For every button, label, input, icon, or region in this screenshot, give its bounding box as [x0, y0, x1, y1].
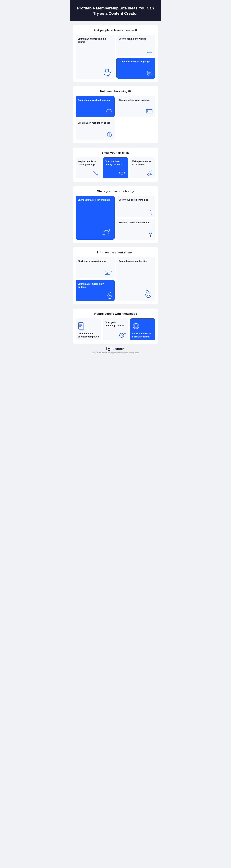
card-coaching-label: Offer your coaching services — [105, 321, 126, 327]
card-yoga-label: Start an online yoga practice — [119, 98, 153, 102]
section-knowledge-title: Inspire people with knowledge — [76, 312, 155, 316]
section-fit-title: Help members stay fit — [76, 90, 155, 93]
section-hobby-title: Share your favorite hobby — [76, 190, 155, 193]
svg-rect-50 — [79, 330, 84, 330]
section-fit: Help members stay fit Create home workou… — [73, 86, 158, 143]
yoga-icon — [145, 107, 153, 115]
card-beauty: Offer the best beauty tutorials + + — [103, 157, 128, 178]
card-cooking-label: Show cooking knowledge — [119, 37, 153, 40]
svg-point-19 — [121, 172, 123, 174]
doc-icon — [78, 322, 85, 331]
svg-point-34 — [151, 214, 152, 214]
camera-icon — [105, 270, 112, 276]
card-wine: Become a wine connoisseur — [117, 219, 155, 240]
footer: uscreen https://www.uscreen.tv/blog/prof… — [70, 344, 161, 355]
section-hobby: Share your favorite hobby Share your ast… — [73, 186, 158, 243]
card-language: Teach your favorite language — [117, 58, 155, 79]
card-templates-label: Create helpful business templates — [78, 332, 99, 338]
svg-rect-10 — [147, 71, 152, 75]
card-coaching: Offer your coaching services — [103, 318, 128, 340]
card-news: Share the news in a creative format — [130, 318, 155, 340]
globe-icon — [132, 322, 140, 330]
section-skill-title: Get people to learn a new skill — [76, 29, 155, 32]
card-yoga: Start an online yoga practice — [117, 96, 155, 117]
fishing-icon — [147, 209, 153, 215]
card-astrology: Share your astrology insights — [76, 196, 114, 240]
card-language-label: Teach your favorite language — [119, 60, 153, 63]
heart-icon — [105, 109, 112, 115]
cards-grid-knowledge: Create helpful business templates Offer … — [76, 318, 155, 340]
section-skill: Get people to learn a new skill Launch a… — [73, 25, 158, 82]
svg-rect-6 — [147, 49, 152, 53]
card-painting: Inspire people to create paintings — [76, 157, 101, 178]
svg-rect-38 — [109, 292, 111, 296]
svg-point-54 — [121, 335, 123, 336]
card-wine-label: Become a wine connoisseur — [119, 221, 153, 224]
svg-point-29 — [104, 230, 109, 235]
mic-icon — [107, 292, 112, 299]
card-kids: Create fun content for kids — [117, 257, 155, 301]
svg-text:+: + — [120, 174, 121, 176]
card-music: Make people tune in for music — [130, 157, 155, 178]
card-astrology-label: Share your astrology insights — [78, 198, 112, 202]
cards-grid-fit: Create home workout classes Start an onl… — [76, 96, 155, 140]
svg-rect-9 — [148, 48, 151, 49]
cards-grid-art: Inspire people to create paintings Offer… — [76, 157, 155, 178]
leaf-icon — [106, 131, 112, 138]
svg-point-42 — [147, 293, 148, 294]
footer-logo-text: uscreen — [112, 347, 125, 351]
svg-marker-61 — [108, 348, 110, 349]
card-reality: Start your own reality show — [76, 257, 114, 278]
card-music-label: Make people tune in for music — [132, 160, 153, 166]
cards-grid-entertainment: Start your own reality show Launch a mem… — [76, 257, 155, 301]
uscreen-logo-icon — [106, 347, 111, 351]
cards-grid-hobby: Share your astrology insights Show your … — [76, 196, 155, 240]
card-cooking: Show cooking knowledge — [117, 35, 155, 56]
card-news-label: Share the news in a creative format — [132, 332, 153, 338]
svg-line-17 — [94, 172, 97, 175]
moon-icon — [100, 226, 112, 238]
svg-text:+: + — [122, 170, 123, 172]
pot-icon — [146, 47, 153, 54]
svg-point-1 — [105, 69, 108, 72]
card-meditation: Create a zen meditation space — [76, 119, 114, 140]
svg-point-0 — [104, 71, 110, 75]
card-fishing-label: Show your best fishing tips — [119, 198, 153, 202]
footer-url: https://www.uscreen.tv/blog/profitable-m… — [72, 352, 159, 354]
card-fishing: Show your best fishing tips — [117, 196, 155, 217]
section-entertainment-title: Bring on the entertainment — [76, 251, 155, 254]
card-kids-label: Create fun content for kids — [119, 259, 153, 263]
brush-icon — [92, 170, 99, 176]
wine-icon — [148, 230, 153, 238]
music-icon — [146, 170, 153, 176]
page-header: Profitable Membership Site Ideas You Can… — [70, 0, 161, 21]
card-templates: Create helpful business templates — [76, 318, 101, 340]
card-meditation-label: Create a zen meditation space — [78, 121, 112, 124]
card-workout-label: Create home workout classes — [78, 98, 112, 102]
svg-point-43 — [149, 293, 150, 294]
page-title: Profitable Membership Site Ideas You Can… — [77, 6, 154, 16]
cards-grid-skill: Launch an animal training course — [76, 35, 155, 79]
card-animal-label: Launch an animal training course — [78, 37, 112, 43]
card-reality-label: Start your own reality show — [78, 259, 112, 263]
card-beauty-label: Offer the best beauty tutorials — [105, 160, 126, 166]
card-podcast: Launch a members only podcast — [76, 280, 114, 301]
dog-icon — [102, 67, 112, 76]
section-entertainment: Bring on the entertainment Start your ow… — [73, 247, 158, 304]
section-knowledge: Inspire people with knowledge Create hel… — [73, 309, 158, 344]
section-art: Show your art skills Inspire people to c… — [73, 148, 158, 182]
svg-point-51 — [120, 333, 124, 338]
chat-icon — [147, 71, 153, 76]
card-podcast-label: Launch a members only podcast — [78, 282, 112, 288]
svg-point-31 — [103, 235, 104, 236]
section-art-title: Show your art skills — [76, 151, 155, 155]
card-workout: Create home workout classes — [76, 96, 114, 117]
whistle-icon — [118, 331, 126, 338]
svg-point-30 — [109, 229, 110, 230]
card-animal: Launch an animal training course — [76, 35, 114, 79]
svg-point-37 — [106, 272, 108, 274]
smiley-icon — [144, 289, 153, 299]
card-painting-label: Inspire people to create paintings — [78, 160, 99, 166]
svg-point-41 — [145, 292, 151, 298]
footer-logo: uscreen — [72, 347, 159, 351]
